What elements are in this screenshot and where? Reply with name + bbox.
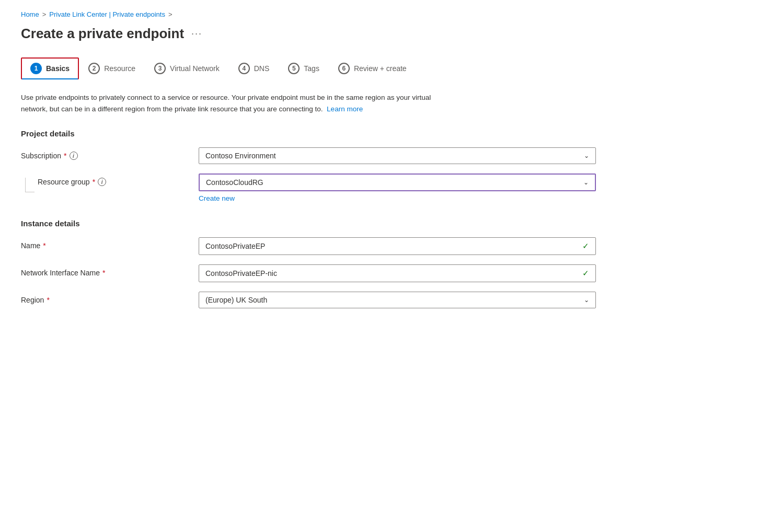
rg-info-icon[interactable]: i	[98, 178, 106, 186]
page-title-row: Create a private endpoint ···	[21, 26, 737, 42]
tab-basics[interactable]: 1 Basics	[21, 57, 79, 79]
subscription-dropdown[interactable]: Contoso Environment ⌄	[199, 147, 596, 164]
name-row: Name * ContosoPrivateEP ✓	[21, 237, 737, 255]
tab-review-number: 6	[338, 63, 350, 74]
name-label-col: Name *	[21, 237, 199, 250]
nic-name-control: ContosoPrivateEP-nic ✓	[199, 264, 596, 282]
region-label: Region	[21, 296, 44, 304]
nic-name-row: Network Interface Name * ContosoPrivateE…	[21, 264, 737, 282]
subscription-required: *	[64, 152, 66, 160]
subscription-label: Subscription	[21, 152, 61, 160]
ellipsis-button[interactable]: ···	[189, 27, 204, 40]
tab-dns[interactable]: 4 DNS	[229, 57, 279, 79]
nic-name-required: *	[102, 269, 105, 277]
breadcrumb-private-link[interactable]: Private Link Center | Private endpoints	[49, 10, 165, 18]
tabs-container: 1 Basics 2 Resource 3 Virtual Network 4 …	[21, 57, 737, 79]
nic-name-valid-icon: ✓	[582, 269, 589, 278]
breadcrumb-sep1: >	[42, 10, 47, 18]
region-value: (Europe) UK South	[205, 296, 267, 304]
instance-details-title: Instance details	[21, 219, 737, 228]
tab-review-label: Review + create	[354, 64, 407, 73]
name-input[interactable]: ContosoPrivateEP ✓	[199, 237, 596, 255]
rg-value: ContosoCloudRG	[206, 178, 263, 187]
rg-control: ContosoCloudRG ⌄ Create new	[199, 174, 596, 202]
nic-name-input[interactable]: ContosoPrivateEP-nic ✓	[199, 264, 596, 282]
region-dropdown[interactable]: (Europe) UK South ⌄	[199, 292, 596, 308]
resource-group-label: Resource group	[38, 178, 90, 186]
breadcrumb: Home > Private Link Center | Private end…	[21, 10, 737, 18]
breadcrumb-home[interactable]: Home	[21, 10, 39, 18]
tab-review-create[interactable]: 6 Review + create	[329, 57, 416, 79]
subscription-info-icon[interactable]: i	[70, 152, 78, 160]
create-new-link[interactable]: Create new	[199, 194, 235, 202]
subscription-chevron-icon: ⌄	[584, 152, 589, 159]
description-text: Use private endpoints to privately conne…	[21, 94, 431, 113]
tab-resource-number: 2	[88, 63, 100, 74]
tab-tags-label: Tags	[304, 64, 319, 73]
rg-label-group: Resource group * i	[38, 178, 106, 186]
instance-details-section: Instance details Name * ContosoPrivateEP…	[21, 219, 737, 308]
project-details-section: Project details Subscription * i Contoso…	[21, 129, 737, 202]
tab-dns-number: 4	[238, 63, 250, 74]
project-details-title: Project details	[21, 129, 737, 138]
resource-group-dropdown[interactable]: ContosoCloudRG ⌄	[199, 174, 596, 191]
tab-basics-number: 1	[30, 63, 42, 74]
name-label: Name	[21, 241, 40, 250]
tab-resource-label: Resource	[104, 64, 135, 73]
rg-chevron-icon: ⌄	[583, 179, 589, 186]
name-value: ContosoPrivateEP	[205, 242, 265, 250]
rg-indent-line	[25, 178, 35, 192]
page-description: Use private endpoints to privately conne…	[21, 92, 450, 114]
tab-tags[interactable]: 5 Tags	[279, 57, 329, 79]
nic-name-label: Network Interface Name	[21, 269, 100, 277]
name-valid-icon: ✓	[582, 241, 589, 251]
tab-vnet-number: 3	[154, 63, 166, 74]
tab-basics-label: Basics	[46, 64, 70, 73]
learn-more-link[interactable]: Learn more	[327, 105, 363, 113]
tab-tags-number: 5	[288, 63, 300, 74]
resource-group-row: Resource group * i ContosoCloudRG ⌄ Crea…	[21, 174, 737, 202]
subscription-value: Contoso Environment	[205, 152, 276, 160]
page-title: Create a private endpoint	[21, 26, 184, 42]
region-label-col: Region *	[21, 292, 199, 304]
rg-required: *	[93, 178, 95, 186]
tab-resource[interactable]: 2 Resource	[79, 57, 145, 79]
breadcrumb-sep2: >	[168, 10, 173, 18]
region-chevron-icon: ⌄	[584, 296, 589, 304]
subscription-label-col: Subscription * i	[21, 147, 199, 160]
rg-indent-col: Resource group * i	[21, 174, 199, 192]
subscription-control: Contoso Environment ⌄	[199, 147, 596, 164]
nic-name-value: ContosoPrivateEP-nic	[205, 269, 277, 277]
tab-virtual-network[interactable]: 3 Virtual Network	[145, 57, 229, 79]
name-required: *	[43, 241, 45, 250]
tab-dns-label: DNS	[254, 64, 270, 73]
subscription-row: Subscription * i Contoso Environment ⌄	[21, 147, 737, 164]
region-required: *	[47, 296, 49, 304]
name-control: ContosoPrivateEP ✓	[199, 237, 596, 255]
region-control: (Europe) UK South ⌄	[199, 292, 596, 308]
region-row: Region * (Europe) UK South ⌄	[21, 292, 737, 308]
nic-name-label-col: Network Interface Name *	[21, 264, 199, 277]
tab-vnet-label: Virtual Network	[170, 64, 220, 73]
